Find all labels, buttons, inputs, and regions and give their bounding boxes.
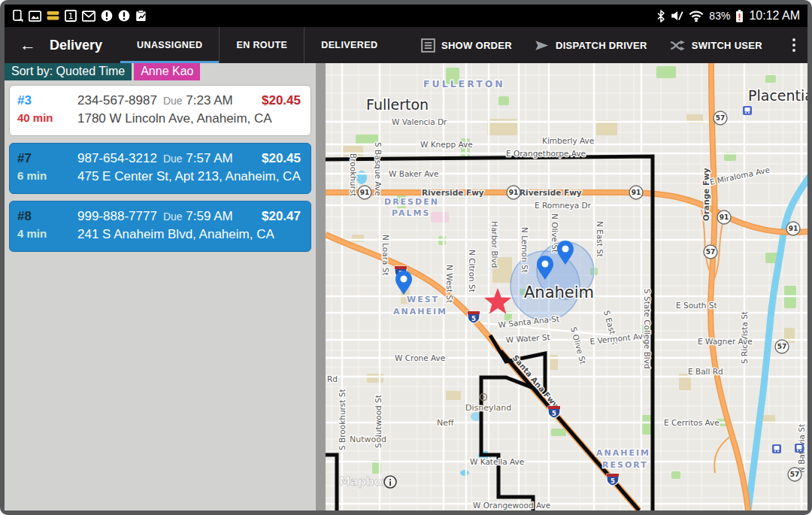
calendar-one-icon: 1 [65,10,77,22]
order-phone: 999-888-7777 [77,209,157,224]
order-eta: 6 min [17,169,71,182]
freeway-label: Orange Fwy [701,168,710,221]
svg-text:91: 91 [509,189,519,196]
svg-text:1: 1 [68,11,73,21]
due-time: 7:57 AM [186,151,232,165]
order-id: #3 [17,93,71,108]
mail-icon [82,11,95,22]
info-icon[interactable] [384,476,396,488]
tab-en-route[interactable]: EN ROUTE [219,27,304,63]
svg-text:Disneyland: Disneyland [465,403,511,413]
back-button[interactable]: ← [5,27,50,63]
screenshot-icon [29,11,41,22]
order-address: 475 E Center St, Apt 213, Anaheim, CA [77,169,301,184]
due-label: Due [163,211,183,223]
svg-text:57: 57 [790,471,800,478]
poi-label: Neff [437,418,454,428]
street-label: N West St [445,265,454,303]
show-order-label: SHOW ORDER [441,40,512,51]
order-price: $20.45 [262,151,301,166]
street-label: N Citron St [468,250,477,292]
street-label: E Wagner Ave [698,337,753,346]
page-title: Delivery [50,27,102,63]
order-due: Due 7:57 AM [163,151,233,166]
status-bar: 1 83% 10:12 AM [5,5,807,27]
svg-text:5: 5 [611,477,615,485]
svg-text:ANAHEIM: ANAHEIM [596,448,650,458]
bluetooth-icon [656,10,665,23]
tab-delivered[interactable]: DELIVERED [304,27,394,63]
street-label: S Brookhurst St [338,389,347,450]
freeway-label: Riverside Fwy [520,188,582,197]
svg-text:91: 91 [360,189,370,196]
clock: 10:12 AM [749,9,800,23]
user-chip[interactable]: Anne Kao [134,63,200,80]
street-label: W Knepp Ave [420,140,473,149]
battery-percent: 83% [709,10,730,22]
street-label: W Orangewood Ave [473,501,550,510]
street-label: N Lemon St [520,227,529,273]
order-address: 1780 W Lincoln Ave, Anaheim, CA [77,111,301,126]
overflow-menu-icon[interactable] [785,34,803,56]
street-label: E Orangethorpe Ave [506,149,586,158]
sort-chip[interactable]: Sort by: Quoted Time [5,63,132,80]
street-label: Kimberly Ave [542,136,594,145]
street-label: N East St [595,221,604,257]
tab-unassigned[interactable]: UNASSIGNED [120,27,219,63]
svg-text:PALMS: PALMS [392,208,430,218]
city-label: Anaheim [524,283,594,301]
order-due: Due 7:59 AM [163,209,233,224]
alert-icon [101,10,113,22]
svg-text:91: 91 [632,189,641,196]
panel-divider [316,63,326,510]
street-label: Rd [327,374,338,383]
city-label: Placentia [748,87,807,104]
svg-text:RESORT: RESORT [602,460,648,470]
order-list-panel: Sort by: Quoted Time Anne Kao #3 234-567… [5,63,316,510]
alert-icon [118,10,130,22]
order-id: #7 [17,151,71,166]
volume-mute-icon [671,10,683,22]
street-label: E South St [676,301,717,310]
sim-icon [47,11,59,21]
poi-label: Nutwood [350,435,386,444]
order-address: 241 S Anaheim Blvd, Anaheim, CA [77,227,301,242]
svg-text:5: 5 [552,410,556,417]
svg-text:ANAHEIM: ANAHEIM [393,307,447,317]
dispatch-driver-button[interactable]: DISPATCH DRIVER [535,39,647,52]
order-id: #8 [17,209,71,224]
notification-icons: 1 [12,10,147,23]
area-label: FULLERTON [423,78,505,89]
order-eta: 4 min [17,227,71,240]
order-due: Due 7:23 AM [163,93,233,108]
mapbox-wordmark[interactable]: Mapbox [339,475,389,489]
dispatch-driver-label: DISPATCH DRIVER [556,40,647,51]
order-phone: 987-654-3212 [77,151,157,166]
dispatch-driver-icon [535,39,550,52]
pond [460,470,469,476]
order-phone: 234-567-8987 [77,93,157,108]
map[interactable]: FULLERTON Fullerton Placentia W Valencia… [326,63,807,510]
device-icon [12,10,23,23]
svg-text:57: 57 [706,248,716,256]
note-icon [135,10,147,22]
order-card[interactable]: #3 234-567-8987 Due 7:23 AM $20.45 40 mi… [9,85,311,136]
hospital-area [431,212,449,223]
svg-text:91: 91 [720,214,729,221]
svg-text:91: 91 [789,225,798,232]
due-label: Due [163,95,183,107]
order-price: $20.47 [262,209,301,224]
order-card[interactable]: #8 999-888-7777 Due 7:59 AM $20.47 4 min… [9,201,311,252]
tablet-frame: 1 83% 10:12 AM ← Delivery UNASSIGNED EN … [0,0,812,515]
street-label: W Katella Ave [470,457,524,466]
street-label: W Baker Ave [389,169,438,178]
freeway-label: Riverside Fwy [422,188,484,197]
svg-text:5: 5 [471,315,476,323]
street-label: E Cerritos Ave [664,418,720,427]
show-order-icon [421,38,435,53]
city-label: Fullerton [366,96,429,113]
switch-user-button[interactable]: SWITCH USER [670,39,762,52]
show-order-button[interactable]: SHOW ORDER [421,38,512,53]
order-card[interactable]: #7 987-654-3212 Due 7:57 AM $20.45 6 min… [9,143,311,194]
toolbar: ← Delivery UNASSIGNED EN ROUTE DELIVERED… [5,27,807,63]
